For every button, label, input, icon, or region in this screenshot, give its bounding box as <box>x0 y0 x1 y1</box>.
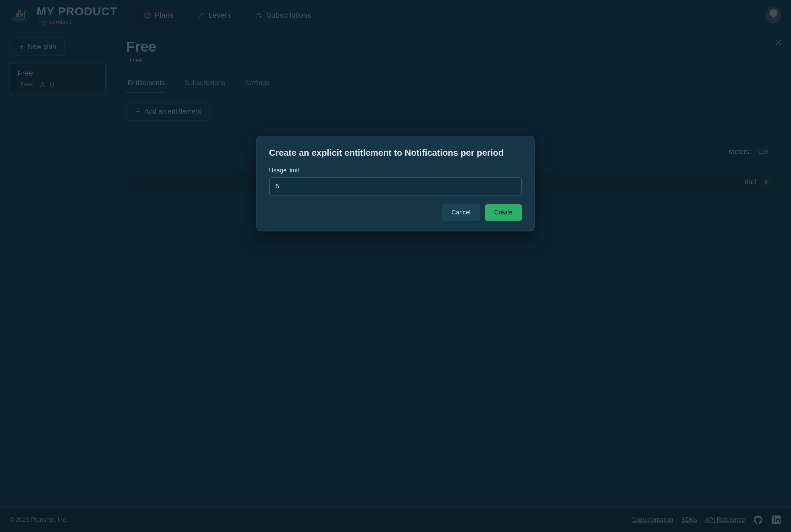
modal-title: Create an explicit entitlement to Notifi… <box>269 148 522 158</box>
create-button[interactable]: Create <box>485 204 522 221</box>
cancel-button[interactable]: Cancel <box>442 204 480 221</box>
usage-limit-label: Usage limit <box>269 167 522 174</box>
modal-overlay[interactable]: Create an explicit entitlement to Notifi… <box>0 0 791 532</box>
create-entitlement-modal: Create an explicit entitlement to Notifi… <box>256 136 535 231</box>
usage-limit-input[interactable] <box>269 177 522 195</box>
